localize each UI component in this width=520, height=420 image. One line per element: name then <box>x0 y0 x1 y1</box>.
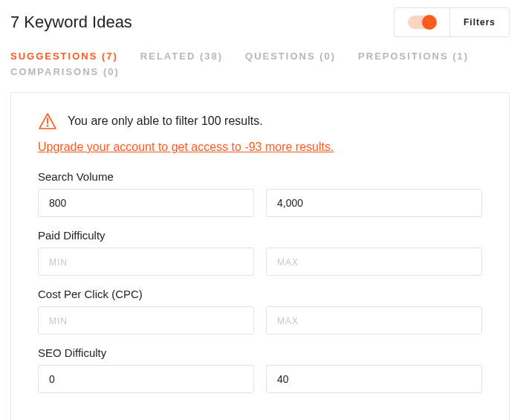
tab-related[interactable]: RELATED (38) <box>140 51 223 62</box>
filter-label-cpc: Cost Per Click (CPC) <box>38 288 482 300</box>
filters-panel: You are only able to filter 100 results.… <box>10 92 510 420</box>
alert-icon <box>38 112 57 130</box>
upgrade-link[interactable]: Upgrade your account to get access to -9… <box>38 140 334 154</box>
alert-row: You are only able to filter 100 results. <box>38 112 482 130</box>
tab-questions[interactable]: QUESTIONS (0) <box>245 51 336 62</box>
max-placeholder: MAX <box>277 316 299 326</box>
filter-label-search-volume: Search Volume <box>38 170 482 183</box>
filter-label-seo-difficulty: SEO Difficulty <box>38 346 482 359</box>
search-volume-max-input[interactable]: 4,000 <box>266 189 482 217</box>
search-volume-min-input[interactable]: 800 <box>38 189 254 217</box>
seo-difficulty-max-input[interactable]: 40 <box>266 365 482 393</box>
min-placeholder: MIN <box>49 257 68 268</box>
cpc-max-input[interactable]: MAX <box>266 306 482 335</box>
filter-cpc: Cost Per Click (CPC) MIN MAX <box>38 288 482 335</box>
filters-button[interactable]: Filters <box>450 10 509 35</box>
tab-suggestions[interactable]: SUGGESTIONS (7) <box>10 51 118 62</box>
filter-search-volume: Search Volume 800 4,000 <box>38 170 482 217</box>
filter-seo-difficulty: SEO Difficulty 0 40 <box>38 346 482 393</box>
filters-toggle[interactable] <box>408 16 436 29</box>
filters-toggle-cell <box>394 8 450 36</box>
tab-prepositions[interactable]: PREPOSITIONS (1) <box>358 51 469 62</box>
paid-difficulty-min-input[interactable]: MIN <box>38 248 254 276</box>
toggle-knob <box>422 15 437 30</box>
alert-text: You are only able to filter 100 results. <box>68 114 263 128</box>
header-controls: Filters <box>394 7 510 37</box>
filter-label-paid-difficulty: Paid Difficulty <box>38 229 482 242</box>
svg-point-2 <box>47 125 49 127</box>
page-title: 7 Keyword Ideas <box>10 13 132 32</box>
max-placeholder: MAX <box>277 257 299 268</box>
tabs-row: SUGGESTIONS (7) RELATED (38) QUESTIONS (… <box>10 51 510 77</box>
paid-difficulty-max-input[interactable]: MAX <box>266 248 482 276</box>
filter-paid-difficulty: Paid Difficulty MIN MAX <box>38 229 482 276</box>
seo-difficulty-min-input[interactable]: 0 <box>38 365 254 393</box>
tab-comparisons[interactable]: COMPARISONS (0) <box>10 66 120 77</box>
cpc-min-input[interactable]: MIN <box>38 306 254 335</box>
min-placeholder: MIN <box>49 316 68 326</box>
